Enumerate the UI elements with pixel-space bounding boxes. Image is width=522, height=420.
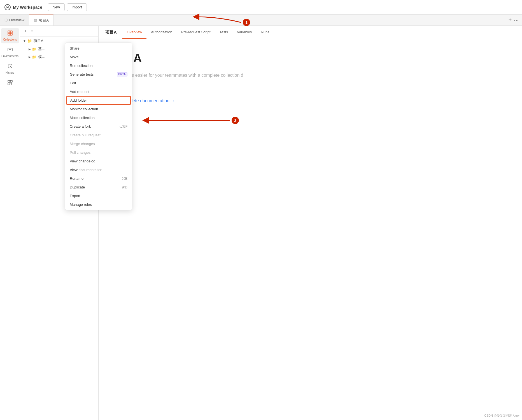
content-tabs: OverviewAuthorizationPre-request ScriptT… <box>122 26 274 39</box>
menu-item-label-mock-collection: Mock collection <box>70 116 95 120</box>
collections-icon <box>7 30 13 37</box>
menu-item-view-changelog[interactable]: View changelog <box>65 157 132 165</box>
menu-item-monitor-collection[interactable]: Monitor collection <box>65 105 132 113</box>
menu-item-duplicate[interactable]: Duplicate⌘D <box>65 183 132 192</box>
menu-item-label-add-folder: Add folder <box>70 98 87 102</box>
content-header: 项目A OverviewAuthorizationPre-request Scr… <box>99 26 522 39</box>
nav-history[interactable]: History <box>1 61 19 76</box>
tab-overview[interactable]: ⬡ Overview <box>0 15 29 25</box>
new-button[interactable]: New <box>48 3 65 11</box>
topbar-actions: New Import <box>48 3 87 11</box>
menu-item-label-create-pull-request: Create pull request <box>70 133 101 137</box>
workspace-label: My Workspace <box>4 4 42 10</box>
sub-chevron-2: ▶ <box>29 55 31 59</box>
nav-addons[interactable] <box>1 78 19 89</box>
left-nav: Collections Environments History <box>0 26 20 420</box>
history-icon <box>7 63 13 70</box>
menu-item-label-duplicate: Duplicate <box>70 185 85 189</box>
context-menu: ShareMoveRun collectionGenerate testsBET… <box>65 43 132 210</box>
content-description: Make things easier for your teammates wi… <box>110 73 511 78</box>
environments-icon <box>7 47 13 54</box>
svg-rect-7 <box>8 80 10 82</box>
menu-item-merge-changes: Merge changes <box>65 139 132 148</box>
svg-rect-3 <box>8 33 10 35</box>
import-button[interactable]: Import <box>67 3 87 11</box>
menu-item-label-pull-changes: Pull changes <box>70 150 90 155</box>
sidebar-more-button[interactable]: ··· <box>90 28 95 34</box>
collection-chevron: ▼ <box>23 39 26 43</box>
menu-item-create-fork[interactable]: Create a fork⌥⌘F <box>65 122 132 131</box>
menu-item-shortcut-rename: ⌘E <box>122 177 127 181</box>
menu-item-label-export: Export <box>70 194 80 198</box>
menu-item-pull-changes: Pull changes <box>65 148 132 157</box>
content-divider <box>110 89 511 89</box>
content-tab-variables[interactable]: Variables <box>232 26 256 39</box>
menu-item-label-monitor-collection: Monitor collection <box>70 107 98 111</box>
svg-rect-9 <box>8 83 10 85</box>
menu-item-mock-collection[interactable]: Mock collection <box>65 113 132 122</box>
menu-item-label-generate-tests: Generate tests <box>70 72 94 76</box>
menu-item-add-folder[interactable]: Add folder <box>66 96 131 105</box>
menu-item-rename[interactable]: Rename⌘E <box>65 174 132 183</box>
sub-folder-icon-2: 📁 <box>32 55 36 59</box>
menu-item-label-edit: Edit <box>70 81 76 85</box>
nav-environments[interactable]: Environments <box>1 45 19 60</box>
menu-item-label-manage-roles: Manage roles <box>70 202 92 207</box>
menu-item-move[interactable]: Move <box>65 53 132 61</box>
menu-item-label-view-documentation: View documentation <box>70 168 102 172</box>
menu-item-label-view-changelog: View changelog <box>70 159 95 163</box>
sidebar-toolbar: + ≡ ··· <box>20 26 98 37</box>
workspace-icon <box>4 4 11 10</box>
watermark: CSDN @爱发发抖洞人gor <box>484 414 520 418</box>
addons-icon <box>7 80 13 87</box>
menu-item-label-move: Move <box>70 55 79 59</box>
svg-point-0 <box>7 6 8 8</box>
tab-project[interactable]: 🗑 项目A <box>29 15 53 25</box>
sub-folder-icon-1: 📁 <box>32 47 36 51</box>
sub-chevron-1: ▶ <box>29 48 31 51</box>
menu-item-label-rename: Rename <box>70 176 83 181</box>
menu-item-add-request[interactable]: Add request <box>65 87 132 96</box>
menu-item-label-share: Share <box>70 46 80 50</box>
tabbar: ⬡ Overview 🗑 项目A + ··· <box>0 15 522 26</box>
svg-rect-8 <box>10 80 12 82</box>
menu-item-share[interactable]: Share <box>65 44 132 53</box>
overview-icon: ⬡ <box>4 18 8 22</box>
filter-button[interactable]: ≡ <box>29 28 34 34</box>
sidebar: + ≡ ··· ▼ 📁 项目A ☆ ··· ▶ 📁 基… ▶ 📁 模… <box>20 26 99 420</box>
menu-item-label-create-fork: Create a fork <box>70 124 91 129</box>
menu-item-run-collection[interactable]: Run collection <box>65 61 132 70</box>
menu-item-generate-tests[interactable]: Generate testsBETA <box>65 70 132 79</box>
add-collection-button[interactable]: + <box>23 28 28 34</box>
content-tab-tests[interactable]: Tests <box>215 26 232 39</box>
topbar: My Workspace New Import <box>0 0 522 15</box>
content-tab-runs[interactable]: Runs <box>256 26 274 39</box>
menu-item-view-documentation[interactable]: View documentation <box>65 165 132 174</box>
menu-item-label-merge-changes: Merge changes <box>70 142 95 146</box>
sidebar-toolbar-actions: + ≡ <box>23 28 34 34</box>
menu-item-create-pull-request: Create pull request <box>65 131 132 139</box>
menu-item-label-add-request: Add request <box>70 90 89 94</box>
svg-rect-2 <box>10 31 12 33</box>
menu-item-shortcut-create-fork: ⌥⌘F <box>118 125 127 129</box>
new-tab-button[interactable]: + <box>509 17 512 23</box>
nav-collections[interactable]: Collections <box>1 28 19 43</box>
more-tabs-button[interactable]: ··· <box>514 17 519 23</box>
content-body: 项目A Make things easier for your teammate… <box>99 39 522 420</box>
tabbar-actions: + ··· <box>509 17 522 23</box>
content-tab-overview[interactable]: Overview <box>122 26 146 39</box>
menu-item-export[interactable]: Export <box>65 192 132 200</box>
content-tab-authorization[interactable]: Authorization <box>146 26 177 39</box>
trash-icon: 🗑 <box>34 18 37 22</box>
menu-item-edit[interactable]: Edit <box>65 79 132 87</box>
menu-item-shortcut-duplicate: ⌘D <box>122 185 127 189</box>
content-title: 项目A <box>110 50 511 66</box>
content-tab-pre-request-script[interactable]: Pre-request Script <box>177 26 215 39</box>
menu-item-manage-roles[interactable]: Manage roles <box>65 200 132 209</box>
svg-rect-4 <box>10 33 12 35</box>
content-area: 项目A OverviewAuthorizationPre-request Scr… <box>99 26 522 420</box>
content-breadcrumb: 项目A <box>105 26 117 39</box>
svg-rect-1 <box>8 31 10 33</box>
menu-item-badge-generate-tests: BETA <box>117 72 127 76</box>
main-layout: Collections Environments History + ≡ <box>0 26 522 420</box>
